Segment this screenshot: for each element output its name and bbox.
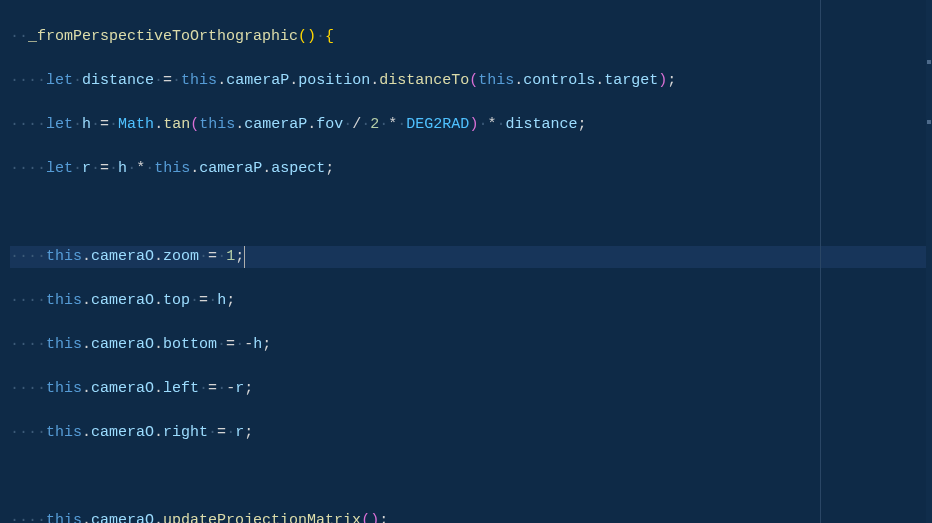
brace-icon: { bbox=[325, 28, 334, 45]
paren-icon: ) bbox=[658, 72, 667, 89]
minimap-scrollbar[interactable] bbox=[926, 0, 932, 523]
blank-line[interactable] bbox=[10, 202, 932, 224]
blank-line[interactable] bbox=[10, 466, 932, 488]
code-line[interactable]: ··_fromPerspectiveToOrthographic()·{ bbox=[10, 26, 932, 48]
paren-icon: () bbox=[298, 28, 316, 45]
semicolon: ; bbox=[667, 72, 676, 89]
whitespace: ···· bbox=[10, 72, 46, 89]
code-line[interactable]: ····this.cameraO.top·=·h; bbox=[10, 290, 932, 312]
code-line[interactable]: ····let·h·=·Math.tan(this.cameraP.fov·/·… bbox=[10, 114, 932, 136]
whitespace: ·· bbox=[10, 28, 28, 45]
keyword-let: let bbox=[46, 72, 73, 89]
code-line[interactable]: ····this.cameraO.right·=·r; bbox=[10, 422, 932, 444]
code-line-current[interactable]: ····this.cameraO.zoom·=·1; bbox=[10, 246, 932, 268]
code-line[interactable]: ····let·distance·=·this.cameraP.position… bbox=[10, 70, 932, 92]
variable: distance bbox=[82, 72, 154, 89]
editor-ruler bbox=[820, 0, 821, 523]
global: Math bbox=[118, 116, 154, 133]
property: position bbox=[298, 72, 370, 89]
minimap-mark bbox=[927, 120, 931, 124]
method: distanceTo bbox=[379, 72, 469, 89]
operator: = bbox=[163, 72, 172, 89]
paren-icon: ( bbox=[469, 72, 478, 89]
constant: DEG2RAD bbox=[406, 116, 469, 133]
keyword-this: this bbox=[181, 72, 217, 89]
number: 2 bbox=[370, 116, 379, 133]
code-line[interactable]: ····this.cameraO.bottom·=·-h; bbox=[10, 334, 932, 356]
code-editor[interactable]: ··_fromPerspectiveToOrthographic()·{ ···… bbox=[0, 0, 932, 523]
whitespace: · bbox=[316, 28, 325, 45]
property: cameraP bbox=[226, 72, 289, 89]
code-line[interactable]: ····this.cameraO.left·=·-r; bbox=[10, 378, 932, 400]
code-line[interactable]: ····this.cameraO.updateProjectionMatrix(… bbox=[10, 510, 932, 523]
minimap-mark bbox=[927, 60, 931, 64]
code-line[interactable]: ····let·r·=·h·*·this.cameraP.aspect; bbox=[10, 158, 932, 180]
text-cursor bbox=[244, 246, 245, 268]
method-name: _fromPerspectiveToOrthographic bbox=[28, 28, 298, 45]
